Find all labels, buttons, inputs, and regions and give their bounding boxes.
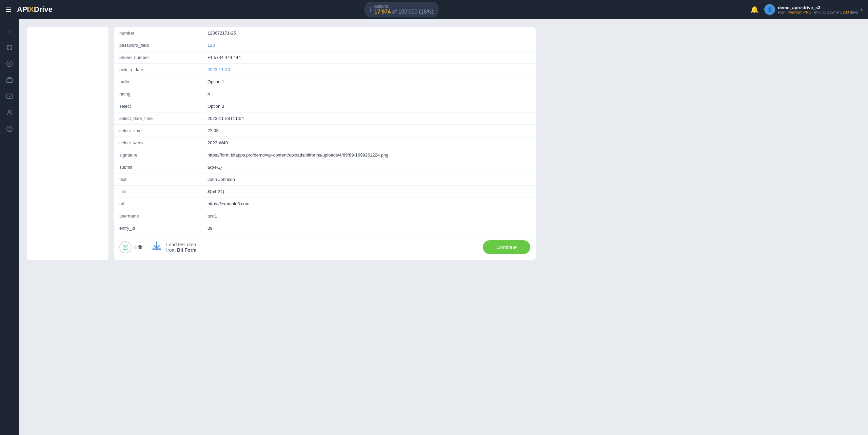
svg-point-20 <box>154 249 155 250</box>
load-prefix: Load test data <box>166 242 196 247</box>
table-row: signaturehttps://form.bitapps.pro/demo/w… <box>114 149 536 161</box>
svg-point-21 <box>158 249 159 250</box>
field-name: rating <box>114 88 202 100</box>
field-value: ${b4-24} <box>202 186 536 198</box>
field-name: submit <box>114 161 202 173</box>
user-plan: Plan |Premium PRO| left until payment 20… <box>778 10 858 14</box>
sidebar-item-connections[interactable] <box>3 41 16 54</box>
table-row: select_week2023-W49 <box>114 137 536 149</box>
chevron-down-icon: ▾ <box>861 7 863 12</box>
actions-percent: (18%) <box>419 9 434 15</box>
download-icon <box>151 240 163 254</box>
svg-point-0 <box>7 45 8 46</box>
table-row: usernametest1 <box>114 210 536 222</box>
edit-button[interactable]: Edit <box>119 241 142 253</box>
field-value: John Johnson <box>202 173 536 186</box>
table-row: select_time22:03 <box>114 125 536 137</box>
load-service: Bit Form <box>177 247 197 253</box>
field-value: 4 <box>202 88 536 100</box>
sidebar-item-billing[interactable]: $ <box>3 57 16 70</box>
logo-x: X <box>29 5 34 14</box>
actions-label: Actions: <box>374 4 389 9</box>
footer-left: Edit <box>119 240 197 254</box>
field-name: title <box>114 186 202 198</box>
field-name: phone_number <box>114 51 202 64</box>
edit-icon <box>119 241 132 253</box>
panel-footer: Edit <box>114 234 536 260</box>
sidebar-item-home[interactable]: ⌂ <box>3 24 16 38</box>
table-row: entry_id89 <box>114 222 536 234</box>
svg-rect-12 <box>7 79 13 83</box>
field-value: 2023-W49 <box>202 137 536 149</box>
sidebar-item-briefcase[interactable] <box>3 73 16 87</box>
field-value: Option 3 <box>202 100 536 112</box>
svg-point-17 <box>9 130 10 130</box>
logo-api: API <box>17 5 29 14</box>
right-panel: number123672171-25password_field123phone… <box>114 27 536 260</box>
actions-total: 100'000 <box>398 9 417 15</box>
field-name: select_week <box>114 137 202 149</box>
continue-button[interactable]: Continue <box>483 240 530 254</box>
table-row: number123672171-25 <box>114 27 536 39</box>
field-value: test1 <box>202 210 536 222</box>
user-menu[interactable]: 👤 demo_apix-drive_s3 Plan |Premium PRO| … <box>764 4 863 15</box>
field-value: +1 5744 444 444 <box>202 51 536 64</box>
user-info: demo_apix-drive_s3 Plan |Premium PRO| le… <box>778 5 858 14</box>
svg-point-3 <box>11 48 12 49</box>
svg-point-2 <box>7 48 8 49</box>
bell-icon[interactable]: 🔔 <box>750 5 759 14</box>
actions-used: 17'974 <box>374 9 391 15</box>
table-row: title${b4-24} <box>114 186 536 198</box>
svg-text:$: $ <box>8 62 10 65</box>
table-row: radioOption 1 <box>114 76 536 88</box>
edit-label: Edit <box>134 245 142 250</box>
field-value: ${b4-1} <box>202 161 536 173</box>
field-name: entry_id <box>114 222 202 234</box>
avatar: 👤 <box>764 4 775 15</box>
field-value: 22:03 <box>202 125 536 137</box>
field-name: radio <box>114 76 202 88</box>
info-icon: ℹ <box>370 6 372 13</box>
field-value: https://example3.com <box>202 198 536 210</box>
top-navigation: ☰ API X Drive ℹ Actions: 17'974 of 100'0… <box>0 0 868 19</box>
table-row: textJohn Johnson <box>114 173 536 186</box>
field-value: 123672171-25 <box>202 27 536 39</box>
plan-tier: Premium PRO <box>787 10 811 14</box>
sidebar-item-profile[interactable] <box>3 106 16 119</box>
sidebar: ⌂ $ <box>0 19 19 435</box>
load-from: from <box>166 247 176 253</box>
field-value: 123 <box>202 39 536 51</box>
load-test-data-button[interactable]: Load test data from Bit Form <box>151 240 196 254</box>
field-name: username <box>114 210 202 222</box>
field-value: 89 <box>202 222 536 234</box>
table-row: selectOption 3 <box>114 100 536 112</box>
table-row: urlhttps://example3.com <box>114 198 536 210</box>
field-value: https://form.bitapps.pro/demo/wp-content… <box>202 149 536 161</box>
svg-point-1 <box>11 45 12 46</box>
page-container: number123672171-25password_field123phone… <box>27 27 536 260</box>
load-text: Load test data from Bit Form <box>166 242 196 253</box>
table-row: rating4 <box>114 88 536 100</box>
field-value: 2023-11-29T11:04 <box>202 112 536 125</box>
actions-badge: ℹ Actions: 17'974 of 100'000 (18%) <box>364 2 438 17</box>
logo-drive: Drive <box>34 5 53 14</box>
actions-of: of <box>392 9 398 15</box>
menu-icon[interactable]: ☰ <box>5 5 12 14</box>
svg-point-15 <box>8 110 11 112</box>
field-name: select_time <box>114 125 202 137</box>
table-row: select_date_time2023-11-29T11:04 <box>114 112 536 125</box>
logo: API X Drive <box>17 5 53 14</box>
field-name: number <box>114 27 202 39</box>
table-row: phone_number+1 5744 444 444 <box>114 51 536 64</box>
sidebar-item-youtube[interactable] <box>3 89 16 103</box>
left-panel <box>27 27 108 260</box>
sidebar-item-help[interactable] <box>3 122 16 136</box>
svg-rect-19 <box>153 249 161 250</box>
plan-days: 200 <box>843 10 849 14</box>
field-value: Option 1 <box>202 76 536 88</box>
actions-value: 17'974 of 100'000 (18%) <box>374 9 433 15</box>
field-name: text <box>114 173 202 186</box>
data-table: number123672171-25password_field123phone… <box>114 27 536 234</box>
field-name: pick_a_date <box>114 64 202 76</box>
field-value: 2023-11-30 <box>202 64 536 76</box>
